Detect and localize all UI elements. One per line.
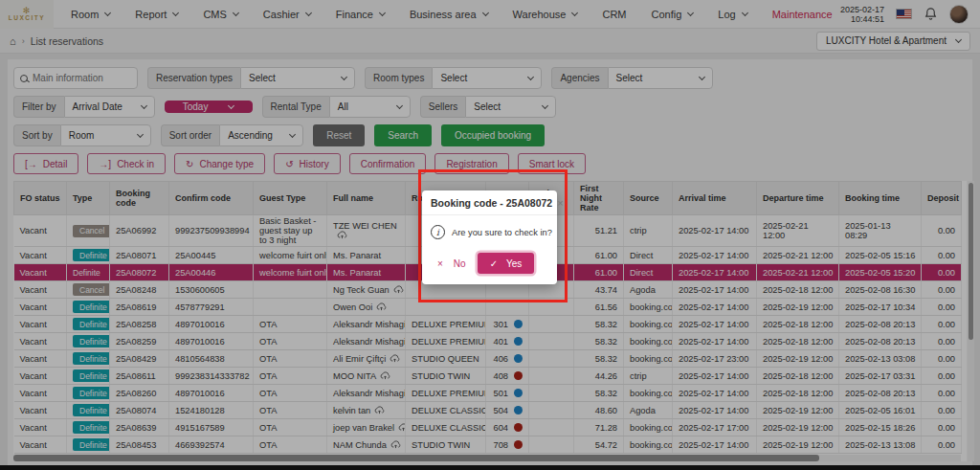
check-icon: ✓ <box>490 258 498 269</box>
info-icon: i <box>431 225 445 239</box>
modal-message: Are you sure to check in? <box>452 228 552 237</box>
modal-footer: × No ✓ Yes <box>422 249 557 284</box>
yes-button[interactable]: ✓ Yes <box>478 253 535 274</box>
bottom-taskbar-strip <box>0 465 980 470</box>
no-button[interactable]: × No <box>437 258 466 269</box>
x-icon: × <box>437 258 443 269</box>
modal-title: Booking code - 25A08072 <box>431 197 552 209</box>
modal-body: i Are you sure to check in? <box>422 215 557 249</box>
yes-button-label: Yes <box>506 258 522 269</box>
modal-header: Booking code - 25A08072 × <box>422 190 557 215</box>
no-button-label: No <box>454 258 466 269</box>
check-in-confirm-modal: Booking code - 25A08072 × i Are you sure… <box>422 190 557 284</box>
close-icon[interactable]: × <box>557 197 563 209</box>
app-screen: ✻ LUXCITY RoomReportCMSCashierFinanceBus… <box>0 0 980 470</box>
